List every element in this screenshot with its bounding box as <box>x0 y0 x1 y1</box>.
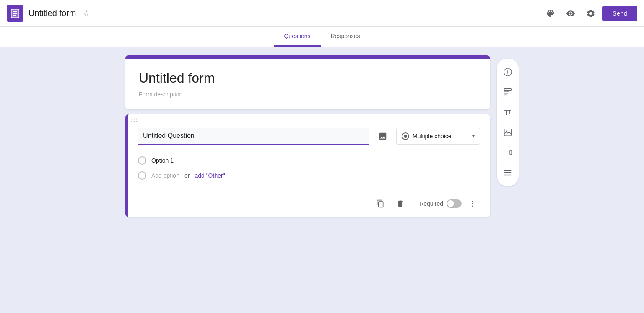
question-footer: Required <box>128 190 490 217</box>
svg-point-13 <box>472 206 473 207</box>
form-area: Untitled form Form description <box>125 55 490 217</box>
header-right: Send <box>542 5 637 22</box>
svg-point-10 <box>136 121 138 122</box>
footer-divider <box>414 198 414 210</box>
add-section-button[interactable] <box>498 163 518 183</box>
svg-rect-17 <box>504 89 512 91</box>
chevron-down-icon: ▾ <box>472 133 475 139</box>
add-title-button[interactable] <box>498 82 518 102</box>
add-option-label[interactable]: Add option <box>151 172 179 179</box>
option-1-label[interactable]: Option 1 <box>151 157 174 164</box>
add-video-button[interactable] <box>498 142 518 163</box>
radio-icon <box>402 132 409 140</box>
question-title-input[interactable] <box>138 128 369 145</box>
question-image-button[interactable] <box>374 128 391 145</box>
svg-point-9 <box>136 119 138 120</box>
radio-inner <box>404 135 407 138</box>
main-content: Untitled form Form description <box>0 47 644 312</box>
svg-point-5 <box>131 119 132 120</box>
options-area: Option 1 Add option or add "Other" <box>128 151 490 190</box>
duplicate-button[interactable] <box>372 195 389 212</box>
star-icon[interactable]: ☆ <box>81 7 92 20</box>
header: Untitled form ☆ Send <box>0 0 644 27</box>
question-type-label: Multiple choice <box>413 133 469 140</box>
form-header-card: Untitled form Form description <box>125 55 490 109</box>
add-image-button[interactable] <box>498 122 518 142</box>
toggle-knob <box>447 200 454 207</box>
question-type-selector[interactable]: Multiple choice ▾ <box>396 128 480 145</box>
required-toggle-wrapper[interactable] <box>447 199 462 208</box>
add-text-button[interactable]: T T <box>498 102 518 122</box>
svg-rect-25 <box>504 150 509 155</box>
or-text: or <box>184 172 190 179</box>
palette-button[interactable] <box>542 5 559 22</box>
svg-point-12 <box>472 203 473 204</box>
right-toolbar: T T <box>497 59 519 186</box>
tab-responses[interactable]: Responses <box>321 27 370 47</box>
preview-button[interactable] <box>562 5 579 22</box>
form-description-placeholder[interactable]: Form description <box>139 91 477 98</box>
required-toggle[interactable] <box>447 199 462 208</box>
send-button[interactable]: Send <box>602 6 637 21</box>
question-input-wrapper <box>138 128 369 145</box>
header-left: Untitled form ☆ <box>7 5 542 22</box>
question-card: Multiple choice ▾ Option 1 Add option or… <box>125 114 490 217</box>
delete-button[interactable] <box>392 195 409 212</box>
add-question-button[interactable] <box>498 62 518 82</box>
svg-text:T: T <box>508 109 511 114</box>
form-title: Untitled form <box>29 8 76 18</box>
svg-point-11 <box>472 201 473 202</box>
settings-button[interactable] <box>582 5 599 22</box>
form-main-title[interactable]: Untitled form <box>139 70 477 86</box>
add-other-link[interactable]: add "Other" <box>195 172 225 179</box>
option-radio-1 <box>138 156 146 165</box>
drag-handle[interactable] <box>128 114 490 124</box>
svg-point-24 <box>506 130 507 132</box>
option-row-1: Option 1 <box>138 153 480 168</box>
svg-point-8 <box>134 121 135 122</box>
question-top: Multiple choice ▾ <box>128 124 490 151</box>
tabs-nav: Questions Responses <box>0 27 644 47</box>
svg-point-6 <box>134 119 135 120</box>
svg-point-7 <box>131 121 132 122</box>
more-options-button[interactable] <box>465 196 480 211</box>
required-label: Required <box>419 200 443 207</box>
logo-icon <box>7 5 23 22</box>
option-radio-add <box>138 171 146 180</box>
tab-questions[interactable]: Questions <box>274 27 320 47</box>
option-row-add: Add option or add "Other" <box>138 168 480 183</box>
